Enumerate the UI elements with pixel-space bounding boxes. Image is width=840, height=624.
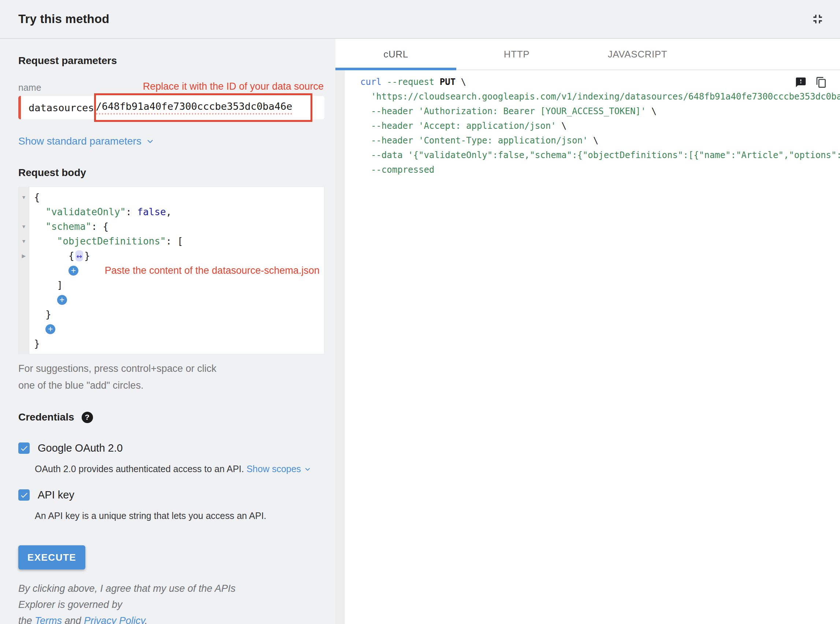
- collapse-toggle-icon[interactable]: ▼: [19, 190, 29, 205]
- editor-line: ▶{↔}: [19, 249, 324, 263]
- credentials-heading-label: Credentials: [18, 411, 74, 423]
- api-key-credential-row: API key: [18, 489, 325, 501]
- add-field-button[interactable]: +: [68, 266, 78, 276]
- editor-code-text: {: [34, 192, 40, 203]
- privacy-policy-link[interactable]: Privacy Policy: [84, 615, 145, 624]
- footer-period: .: [145, 615, 148, 624]
- editor-line: ]: [19, 278, 324, 292]
- add-field-button[interactable]: +: [57, 295, 67, 305]
- panel-header: Try this method: [0, 0, 840, 38]
- tab-curl[interactable]: cURL: [336, 39, 456, 70]
- editor-code-text: "validateOnly": [45, 206, 125, 218]
- request-parameters-heading: Request parameters: [18, 55, 325, 66]
- editor-code-text: : {: [91, 221, 109, 232]
- curl-code-line: --data '{"validateOnly":false,"schema":{…: [360, 148, 840, 162]
- fullscreen-exit-icon[interactable]: [809, 11, 826, 28]
- curl-code-line: --header 'Content-Type: application/json…: [360, 133, 840, 148]
- curl-code-line: 'https://cloudsearch.googleapis.com/v1/i…: [360, 89, 840, 104]
- show-standard-parameters-label: Show standard parameters: [18, 135, 141, 147]
- expand-collapsed-object-button[interactable]: ↔: [76, 250, 84, 261]
- gutter-cell: [19, 263, 29, 278]
- terms-link[interactable]: Terms: [35, 615, 62, 624]
- annotation-replace-id: Replace it with the ID of your data sour…: [143, 81, 324, 92]
- name-param-input[interactable]: datasources/648fb91a40fe7300cccbe353dc0b…: [18, 96, 325, 119]
- feedback-icon[interactable]: [795, 76, 807, 88]
- editor-code-text: "objectDefinitions": [57, 236, 166, 247]
- footer-line2-prefix: the: [18, 615, 35, 624]
- editor-line: "validateOnly": false,: [19, 205, 324, 219]
- oauth-label: Google OAuth 2.0: [38, 442, 123, 454]
- editor-code-text: : [: [166, 236, 183, 247]
- editor-code-text: }: [45, 309, 51, 320]
- show-standard-parameters-link[interactable]: Show standard parameters: [18, 135, 155, 147]
- credentials-heading: Credentials ?: [18, 411, 325, 423]
- chevron-down-icon: [146, 137, 155, 146]
- editor-code-text: "schema": [45, 221, 91, 232]
- copy-icon: [815, 77, 827, 88]
- name-value-datasource-id: /648fb91a40fe7300cccbe353dc0ba46e: [96, 100, 292, 114]
- oauth-description: OAuth 2.0 provides authenticated access …: [35, 464, 325, 474]
- show-scopes-link[interactable]: Show scopes: [246, 464, 311, 474]
- api-key-label: API key: [38, 489, 74, 501]
- api-key-description-text: An API key is a unique string that lets …: [35, 511, 266, 521]
- check-icon: [20, 444, 29, 453]
- oauth-credential-row: Google OAuth 2.0: [18, 442, 325, 454]
- gutter-cell: [19, 322, 29, 336]
- gutter-cell: [19, 205, 29, 219]
- tab-http[interactable]: HTTP: [456, 39, 577, 70]
- request-body-heading: Request body: [18, 167, 325, 179]
- curl-code-line: --header 'Authorization: Bearer [YOUR_AC…: [360, 104, 840, 119]
- curl-code-area: curl --request PUT \ 'https://cloudsearc…: [336, 70, 840, 624]
- editor-line: }: [19, 336, 324, 351]
- curl-code-line: curl --request PUT \: [360, 75, 840, 89]
- check-icon: [20, 491, 29, 500]
- oauth-checkbox[interactable]: [18, 442, 29, 454]
- collapse-toggle-icon[interactable]: ▼: [19, 219, 29, 234]
- terms-footer: By clicking above, I agree that my use o…: [18, 581, 253, 624]
- curl-code-line: --compressed: [360, 162, 840, 177]
- api-key-description: An API key is a unique string that lets …: [35, 511, 325, 521]
- editor-code-text: :: [125, 206, 137, 218]
- tab-javascript[interactable]: JAVASCRIPT: [577, 39, 698, 70]
- execute-button[interactable]: EXECUTE: [18, 545, 85, 570]
- help-icon[interactable]: ?: [82, 412, 93, 423]
- name-param-row: name Replace it with the ID of your data…: [18, 79, 325, 93]
- feedback-icon: [795, 77, 807, 88]
- editor-line: ▼"schema": {: [19, 219, 324, 234]
- footer-separator: and: [62, 615, 84, 624]
- editor-code-text: false: [137, 206, 166, 218]
- api-key-checkbox[interactable]: [18, 489, 29, 500]
- code-language-tabbar: cURLHTTPJAVASCRIPT: [336, 39, 840, 70]
- editor-line: }: [19, 307, 324, 322]
- editor-hint-text: For suggestions, press control+space or …: [18, 360, 232, 394]
- chevron-down-icon: [304, 465, 311, 473]
- editor-code-text: }: [34, 338, 40, 349]
- add-field-button[interactable]: +: [45, 324, 55, 334]
- editor-line: +: [19, 322, 324, 336]
- name-value-prefix: datasources: [29, 102, 94, 113]
- name-param-label: name: [18, 82, 42, 93]
- annotation-highlight-box: /648fb91a40fe7300cccbe353dc0ba46e: [94, 93, 312, 122]
- copy-icon[interactable]: [815, 76, 828, 88]
- gutter-cell: [19, 336, 29, 351]
- code-sample-panel: cURLHTTPJAVASCRIPT curl --request PUT \: [336, 39, 840, 624]
- gutter-cell: [19, 307, 29, 322]
- curl-code-line: --header 'Accept: application/json' \: [360, 119, 840, 133]
- editor-line: ▼"objectDefinitions": [: [19, 234, 324, 249]
- editor-code-text: }: [84, 250, 90, 261]
- try-this-method-panel: Try this method Request parameters name …: [0, 0, 840, 624]
- editor-code-text: ]: [57, 280, 63, 290]
- curl-command-code: curl --request PUT \ 'https://cloudsearc…: [336, 70, 840, 184]
- collapse-toggle-icon[interactable]: ▼: [19, 234, 29, 249]
- editor-line: +Paste the content of the datasource-sch…: [19, 263, 324, 278]
- editor-code-text: ,: [166, 206, 172, 218]
- editor-line: +: [19, 292, 324, 307]
- footer-line1: By clicking above, I agree that my use o…: [18, 583, 235, 610]
- editor-code-text: {: [68, 250, 74, 261]
- fullscreen-exit-icon: [811, 12, 825, 26]
- request-body-editor[interactable]: ▼{"validateOnly": false,▼"schema": {▼"ob…: [18, 187, 325, 354]
- page-title: Try this method: [18, 12, 110, 26]
- gutter-cell: [19, 292, 29, 307]
- gutter-cell: [19, 278, 29, 292]
- expand-toggle-icon[interactable]: ▶: [19, 249, 29, 263]
